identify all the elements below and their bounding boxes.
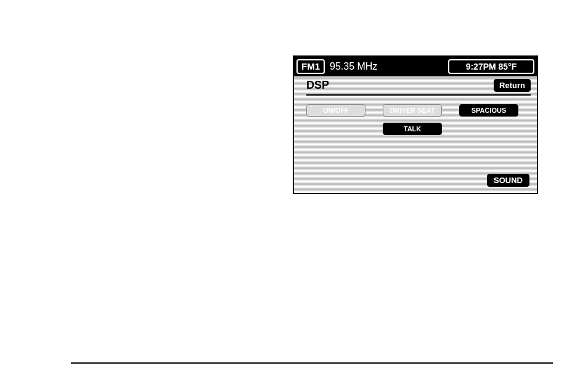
- sound-button[interactable]: SOUND: [487, 174, 529, 187]
- top-bar: FM1 95.35 MHz 9:27PM 85°F: [294, 57, 537, 76]
- content-area: DSP Return ON/OFF DRIVER SEAT SPACIOUS T…: [294, 76, 537, 193]
- spacious-button[interactable]: SPACIOUS: [459, 104, 518, 116]
- clock-temp-display: 9:27PM 85°F: [448, 59, 534, 74]
- onoff-button[interactable]: ON/OFF: [306, 104, 365, 116]
- driver-seat-button[interactable]: DRIVER SEAT: [383, 104, 442, 116]
- page-title: DSP: [306, 79, 329, 92]
- band-indicator: FM1: [296, 59, 325, 74]
- page-divider: [71, 362, 553, 364]
- dsp-screen: FM1 95.35 MHz 9:27PM 85°F DSP Return ON/…: [293, 55, 538, 194]
- return-button[interactable]: Return: [494, 79, 531, 92]
- talk-button[interactable]: TALK: [383, 123, 442, 135]
- frequency-display: 95.35 MHz: [330, 61, 377, 72]
